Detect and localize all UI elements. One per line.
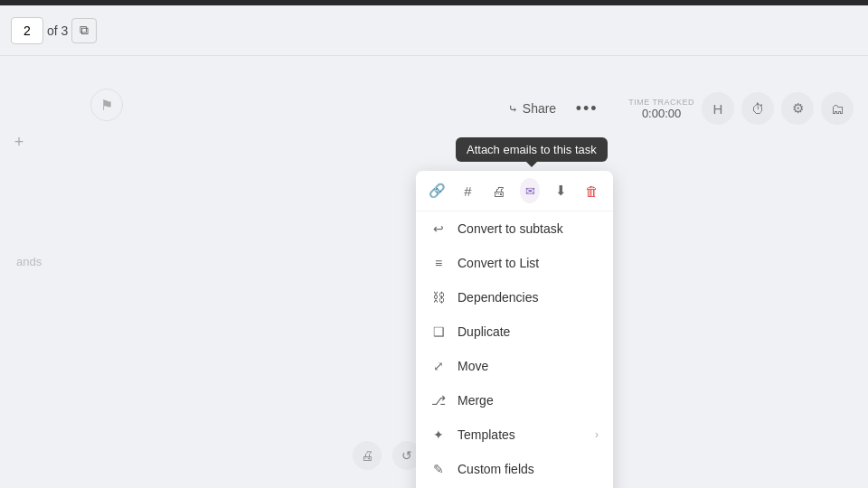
custom-fields-icon: ✎	[430, 461, 447, 477]
templates-label: Templates	[458, 427, 584, 442]
timer-button[interactable]: ⏱	[741, 92, 774, 125]
menu-item-convert-subtask[interactable]: ↩ Convert to subtask	[416, 211, 613, 246]
move-icon: ⤢	[430, 358, 447, 374]
link-icon: 🔗	[429, 183, 446, 199]
tooltip: Attach emails to this task	[456, 137, 608, 162]
dependencies-icon: ⛓	[430, 289, 447, 305]
custom-fields-label: Custom fields	[458, 462, 599, 476]
task-toolbar: ⤷ Share ••• TIME TRACKED 0:00:00 H ⏱ ⚙ 🗂	[0, 89, 868, 128]
time-tracked-value: 0:00:00	[642, 107, 681, 120]
menu-item-templates[interactable]: ✦ Templates ›	[416, 418, 613, 452]
download-icon: ⬇	[555, 183, 567, 199]
convert-subtask-label: Convert to subtask	[458, 221, 599, 236]
menu-item-duplicate[interactable]: ❑ Duplicate	[416, 314, 613, 349]
hash-icon: #	[464, 183, 471, 199]
dependencies-label: Dependencies	[458, 290, 599, 305]
delete-icon: 🗑	[585, 183, 599, 199]
time-tracked-label: TIME TRACKED	[628, 98, 694, 107]
settings-button[interactable]: ⚙	[781, 92, 814, 125]
more-dots-icon: •••	[576, 99, 599, 118]
hash-icon-button[interactable]: #	[458, 178, 477, 203]
templates-icon: ✦	[430, 427, 447, 443]
sidebar-text: ands	[16, 255, 42, 268]
share-label: Share	[523, 101, 556, 116]
header-row: 2 of 3 ⧉	[0, 5, 868, 56]
download-icon-button[interactable]: ⬇	[551, 178, 571, 203]
page-number-input[interactable]: 2	[11, 17, 43, 44]
print-bottom-button[interactable]: 🖨	[353, 441, 382, 470]
bottom-icons: 🖨 ↺	[353, 441, 421, 470]
email-icon-button[interactable]: ✉	[520, 178, 540, 203]
merge-icon: ⎇	[430, 392, 447, 408]
link-icon-button[interactable]: 🔗	[427, 178, 447, 203]
duplicate-label: Duplicate	[458, 324, 599, 339]
print-icon: 🖨	[492, 183, 505, 199]
menu-item-merge[interactable]: ⎇ Merge	[416, 383, 613, 418]
print-bottom-icon: 🖨	[361, 448, 373, 463]
share-icon: ⤷	[508, 102, 518, 116]
page-of-label: of 3	[47, 23, 68, 38]
main-area: + ⚑ ands ⤷ Share ••• TIME TRACKED 0:00:0…	[0, 56, 868, 488]
assignee-button[interactable]: H	[702, 92, 734, 125]
convert-list-label: Convert to List	[458, 256, 599, 270]
archive-button[interactable]: 🗂	[821, 92, 854, 125]
dropdown-menu: 🔗 # 🖨 ✉ ⬇ 🗑 ↩ Convert to subtask ≡	[416, 171, 613, 488]
menu-item-custom-fields[interactable]: ✎ Custom fields	[416, 452, 613, 486]
merge-label: Merge	[458, 393, 599, 408]
email-icon: ✉	[525, 184, 535, 198]
templates-chevron-icon: ›	[595, 428, 599, 441]
move-label: Move	[458, 359, 599, 373]
add-task-button[interactable]: +	[9, 132, 29, 152]
copy-link-button[interactable]: ⧉	[71, 18, 97, 43]
menu-item-move[interactable]: ⤢ Move	[416, 349, 613, 383]
history-bottom-icon: ↺	[401, 448, 412, 463]
dropdown-icon-bar: 🔗 # 🖨 ✉ ⬇ 🗑	[416, 171, 613, 211]
tooltip-text: Attach emails to this task	[467, 143, 597, 156]
share-button[interactable]: ⤷ Share	[501, 98, 563, 119]
time-tracked-display: TIME TRACKED 0:00:00	[628, 98, 694, 120]
page-nav: 2 of 3 ⧉	[11, 17, 97, 44]
convert-subtask-icon: ↩	[430, 221, 447, 237]
more-options-button[interactable]: •••	[571, 92, 603, 125]
convert-list-icon: ≡	[430, 255, 447, 271]
print-icon-button[interactable]: 🖨	[489, 178, 509, 203]
duplicate-icon: ❑	[430, 324, 447, 340]
delete-icon-button[interactable]: 🗑	[582, 178, 602, 203]
menu-item-dependencies[interactable]: ⛓ Dependencies	[416, 280, 613, 314]
menu-item-convert-list[interactable]: ≡ Convert to List	[416, 246, 613, 280]
